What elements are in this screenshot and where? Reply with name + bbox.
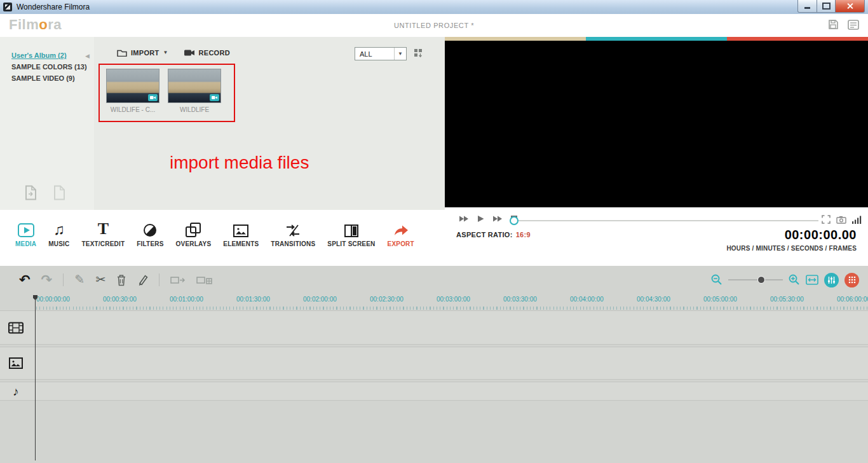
- import-document-icon: [53, 185, 66, 200]
- redo-button[interactable]: ↷: [41, 272, 53, 287]
- next-frame-button[interactable]: [492, 215, 503, 223]
- play-icon: [477, 215, 484, 223]
- ruler-label: 00:05:00:00: [703, 296, 737, 303]
- tab-filters[interactable]: FILTERS: [137, 220, 163, 247]
- play-button[interactable]: [477, 215, 484, 223]
- tab-label: EXPORT: [388, 240, 414, 247]
- tab-label: TRANSITIONS: [271, 240, 315, 247]
- preview-color-strip: [445, 37, 868, 41]
- maximize-button[interactable]: [817, 0, 835, 13]
- media-library: IMPORT ▼ RECORD ALL ▼ WILDLIFE - C.: [94, 37, 445, 210]
- playhead[interactable]: [35, 295, 36, 460]
- ruler-label: 00:01:30:00: [236, 296, 270, 303]
- sort-view-button[interactable]: [414, 48, 424, 60]
- aspect-ratio-value[interactable]: 16:9: [516, 231, 531, 238]
- fit-timeline-icon: [806, 275, 818, 285]
- timeline-zoom-slider[interactable]: [728, 279, 783, 280]
- filters-icon: [143, 220, 157, 237]
- video-badge-icon: [148, 94, 158, 101]
- trash-icon: [116, 274, 126, 286]
- tab-text-credit[interactable]: T TEXT/CREDIT: [81, 220, 125, 247]
- record-button[interactable]: RECORD: [184, 49, 230, 57]
- timeline-ruler[interactable]: 00:00:00:00 00:00:30:00 00:01:00:00 00:0…: [0, 294, 868, 310]
- sort-grid-icon: [414, 48, 424, 58]
- tab-split-screen[interactable]: SPLIT SCREEN: [327, 220, 375, 247]
- transitions-icon: [285, 220, 301, 237]
- seek-bar[interactable]: [511, 220, 818, 221]
- header: Filmora UNTITLED PROJECT *: [0, 14, 868, 37]
- record-label: RECORD: [199, 49, 230, 57]
- tab-overlays[interactable]: OVERLAYS: [176, 220, 212, 247]
- minimize-button[interactable]: [797, 0, 817, 13]
- tab-label: FILTERS: [137, 240, 163, 247]
- tab-music[interactable]: ♫ MUSIC: [48, 220, 69, 247]
- record-voiceover-button[interactable]: [844, 273, 859, 287]
- seek-handle[interactable]: [510, 216, 519, 225]
- sidebar-item-sample-colors[interactable]: SAMPLE COLORS (13): [0, 61, 94, 73]
- collapse-sidebar-icon[interactable]: ◀: [85, 53, 90, 59]
- zoom-slider-handle[interactable]: [757, 276, 765, 284]
- import-button[interactable]: IMPORT ▼: [117, 48, 168, 57]
- image-track-icon[interactable]: [0, 347, 32, 379]
- sidebar-item-sample-video[interactable]: SAMPLE VIDEO (9): [0, 73, 94, 84]
- close-button[interactable]: [835, 0, 865, 13]
- music-icon: ♫: [53, 220, 65, 237]
- zoom-in-button[interactable]: [789, 274, 800, 286]
- video-track-row: [0, 310, 868, 345]
- volume-button[interactable]: [852, 216, 862, 224]
- mixer-sliders-icon: [827, 276, 836, 284]
- video-track-icon[interactable]: [0, 311, 32, 344]
- media-clip[interactable]: WILDLIFE - C...: [106, 69, 159, 113]
- tab-media[interactable]: MEDIA: [15, 220, 36, 247]
- export-icon: [393, 220, 409, 237]
- media-clip[interactable]: WILDLIFE: [168, 69, 221, 113]
- import-file-button[interactable]: [24, 185, 37, 202]
- media-filter-dropdown[interactable]: ALL ▼: [355, 47, 407, 60]
- tab-export[interactable]: EXPORT: [388, 220, 414, 247]
- elements-icon: [233, 220, 248, 237]
- audio-mixer-button[interactable]: [824, 273, 839, 287]
- snapshot-button[interactable]: [836, 216, 846, 224]
- clip-settings-button[interactable]: [196, 275, 213, 286]
- ruler-label: 00:00:30:00: [103, 296, 137, 303]
- strip-segment-teal: [586, 37, 727, 41]
- tab-elements[interactable]: ELEMENTS: [223, 220, 259, 247]
- close-icon: [846, 3, 853, 10]
- sidebar-item-users-album[interactable]: User's Album (2): [0, 50, 94, 61]
- skip-forward-icon: [492, 215, 503, 223]
- preview-screen: [445, 41, 868, 207]
- camera-icon: [836, 216, 846, 224]
- edit-button[interactable]: ✎: [74, 272, 85, 287]
- tab-transitions[interactable]: TRANSITIONS: [271, 220, 315, 247]
- previous-frame-button[interactable]: [459, 215, 469, 223]
- save-project-button[interactable]: [828, 19, 839, 30]
- split-screen-icon: [344, 220, 358, 237]
- ruler-label: 00:04:00:00: [570, 296, 604, 303]
- panel-layout-button[interactable]: [848, 20, 859, 30]
- ruler-label: 00:00:00:00: [36, 296, 70, 303]
- folder-icon: [117, 48, 127, 57]
- clip-thumbnail[interactable]: [106, 69, 159, 103]
- zoom-fit-button[interactable]: [806, 275, 818, 285]
- fullscreen-button[interactable]: [822, 215, 831, 224]
- marker-button[interactable]: [137, 274, 148, 286]
- titlebar: Wondershare Filmora: [0, 0, 868, 15]
- clip-thumbnail[interactable]: [168, 69, 221, 103]
- split-button[interactable]: ✂: [95, 272, 105, 287]
- music-track-icon[interactable]: ♪: [0, 382, 32, 400]
- video-track[interactable]: [32, 311, 868, 344]
- image-track[interactable]: [32, 347, 868, 379]
- audio-track[interactable]: [32, 382, 868, 400]
- undo-button[interactable]: ↶: [19, 272, 31, 287]
- insert-clip-button[interactable]: [170, 275, 186, 286]
- import-folder-button[interactable]: [53, 185, 66, 202]
- minimize-icon: [804, 7, 810, 9]
- project-title: UNTITLED PROJECT *: [0, 22, 868, 29]
- zoom-out-button[interactable]: [711, 274, 722, 286]
- music-note-glyph: ♪: [13, 385, 19, 397]
- ruler-label: 00:06:00:00: [837, 296, 868, 303]
- delete-button[interactable]: [116, 274, 126, 286]
- filter-caret-icon: ▼: [394, 48, 406, 60]
- app-icon: [3, 3, 12, 11]
- audio-track-row: ♪: [0, 382, 868, 401]
